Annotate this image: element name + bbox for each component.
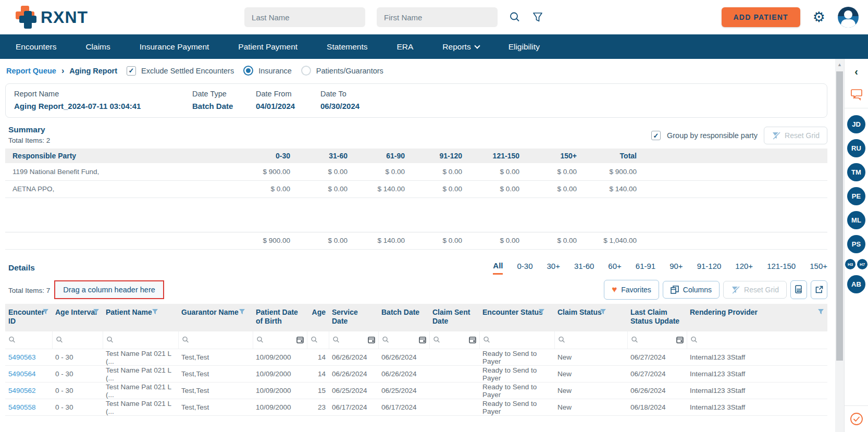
first-name-input[interactable] bbox=[377, 7, 498, 27]
scrollbar-up-icon[interactable]: ▲ bbox=[835, 59, 844, 67]
column-filter-funnel-icon[interactable] bbox=[93, 308, 100, 315]
tasks-check-icon[interactable] bbox=[850, 412, 863, 426]
filter-calendar-icon[interactable] bbox=[368, 336, 375, 343]
filter-calendar-icon[interactable] bbox=[469, 336, 476, 343]
table-row[interactable]: 5490563 0 - 30 Test Name Pat 021 L (... … bbox=[5, 349, 827, 366]
nav-item-insurance-payment[interactable]: Insurance Payment bbox=[140, 42, 209, 52]
user-avatar[interactable] bbox=[838, 7, 859, 28]
column-filter-funnel-icon[interactable] bbox=[817, 308, 824, 315]
table-row[interactable]: 5490558 0 - 30 Test Name Pat 021 L (... … bbox=[5, 399, 827, 416]
details-reset-grid-button[interactable]: Reset Grid bbox=[723, 281, 787, 299]
age-interval-filter[interactable] bbox=[52, 331, 103, 349]
encounter-id-link[interactable]: 5490562 bbox=[5, 382, 52, 399]
tab-150plus[interactable]: 150+ bbox=[810, 262, 827, 274]
column-filter-funnel-icon[interactable] bbox=[152, 308, 158, 315]
content-scrollbar[interactable]: ▲ bbox=[835, 59, 844, 432]
table-row[interactable]: 5490564 0 - 30 Test Name Pat 021 L (... … bbox=[5, 366, 827, 382]
encounter-id-link[interactable]: 5490563 bbox=[5, 349, 52, 366]
col-patient-dob[interactable]: Patient Date of Birth bbox=[253, 304, 307, 331]
filter-calendar-icon[interactable] bbox=[296, 336, 304, 343]
col-claim-sent-date[interactable]: Claim Sent Date bbox=[429, 304, 479, 331]
filter-button[interactable] bbox=[532, 11, 543, 23]
export-pdf-button[interactable]: PDF bbox=[790, 280, 807, 299]
sidebar-collapse-button[interactable]: ‹ bbox=[854, 66, 858, 77]
col-encounter-status[interactable]: Encounter Status bbox=[479, 304, 554, 331]
avatar-tm[interactable]: TM bbox=[847, 163, 865, 181]
group-by-checkbox[interactable]: ✓ bbox=[651, 131, 661, 140]
search-button[interactable] bbox=[509, 11, 520, 23]
filter-calendar-icon[interactable] bbox=[676, 336, 684, 343]
chat-button[interactable] bbox=[850, 88, 863, 101]
favorites-button[interactable]: ♥ Favorites bbox=[604, 280, 659, 300]
nav-item-reports[interactable]: Reports bbox=[442, 42, 479, 52]
last-name-input[interactable] bbox=[244, 7, 365, 27]
nav-item-patient-payment[interactable]: Patient Payment bbox=[238, 42, 297, 52]
avatar-ps[interactable]: PS bbox=[847, 235, 865, 253]
avatar-ab[interactable]: AB bbox=[847, 275, 865, 293]
summary-col-0-30[interactable]: 0-30 bbox=[237, 149, 294, 163]
nav-item-era[interactable]: ERA bbox=[396, 42, 413, 52]
avatar-jd[interactable]: JD bbox=[847, 115, 865, 133]
claim-status-filter[interactable] bbox=[554, 331, 627, 349]
guarantor-name-filter[interactable] bbox=[178, 331, 253, 349]
columns-button[interactable]: Columns bbox=[663, 281, 720, 299]
patient-dob-filter[interactable] bbox=[253, 331, 307, 349]
summary-reset-grid-button[interactable]: Reset Grid bbox=[764, 127, 827, 144]
avatar-h7[interactable]: H7 bbox=[857, 259, 867, 269]
patients-guarantors-radio[interactable] bbox=[301, 66, 311, 76]
nav-item-claims[interactable]: Claims bbox=[85, 42, 110, 52]
add-patient-button[interactable]: ADD PATIENT bbox=[722, 7, 800, 27]
encounter-id-filter[interactable] bbox=[5, 331, 52, 349]
service-date-filter[interactable] bbox=[329, 331, 378, 349]
table-row[interactable]: 5490562 0 - 30 Test Name Pat 021 L (... … bbox=[5, 382, 827, 399]
tab-all[interactable]: All bbox=[493, 261, 503, 275]
export-button[interactable] bbox=[811, 280, 827, 299]
encounter-status-filter[interactable] bbox=[479, 331, 554, 349]
breadcrumb-link-report-queue[interactable]: Report Queue bbox=[6, 67, 56, 75]
avatar-pe[interactable]: PE bbox=[847, 187, 865, 205]
col-batch-date[interactable]: Batch Date bbox=[378, 304, 429, 331]
tab-0-30[interactable]: 0-30 bbox=[517, 262, 532, 274]
column-filter-funnel-icon[interactable] bbox=[42, 308, 49, 315]
tab-121-150[interactable]: 121-150 bbox=[767, 262, 796, 274]
summary-col-91-120[interactable]: 91-120 bbox=[409, 149, 466, 163]
tab-61-91[interactable]: 61-91 bbox=[636, 262, 655, 274]
scrollbar-thumb[interactable] bbox=[836, 71, 843, 361]
batch-date-filter[interactable] bbox=[378, 331, 429, 349]
settings-gear-icon[interactable]: ⚙ bbox=[813, 10, 825, 24]
drag-column-hint[interactable]: Drag a column header here bbox=[54, 280, 164, 299]
age-filter[interactable] bbox=[307, 331, 329, 349]
col-age-interval[interactable]: Age Interval bbox=[52, 304, 103, 331]
avatar-ru[interactable]: RU bbox=[847, 139, 865, 157]
column-filter-funnel-icon[interactable] bbox=[600, 308, 606, 315]
col-age[interactable]: Age bbox=[307, 304, 329, 331]
col-patient-name[interactable]: Patient Name bbox=[103, 304, 178, 331]
encounter-id-link[interactable]: 5490564 bbox=[5, 366, 52, 382]
nav-item-encounters[interactable]: Encounters bbox=[16, 42, 56, 52]
tab-120plus[interactable]: 120+ bbox=[735, 262, 753, 274]
column-filter-funnel-icon[interactable] bbox=[239, 308, 245, 315]
col-guarantor-name[interactable]: Guarantor Name bbox=[178, 304, 253, 331]
patient-name-filter[interactable] bbox=[103, 331, 178, 349]
insurance-radio[interactable] bbox=[243, 66, 253, 76]
tab-31-60[interactable]: 31-60 bbox=[574, 262, 594, 274]
encounter-id-link[interactable]: 5490558 bbox=[5, 399, 52, 416]
avatar-ml[interactable]: ML bbox=[847, 211, 865, 229]
summary-col-61-90[interactable]: 61-90 bbox=[352, 149, 409, 163]
nav-item-eligibility[interactable]: Eligibility bbox=[509, 42, 540, 52]
nav-item-statements[interactable]: Statements bbox=[327, 42, 367, 52]
rendering-provider-filter[interactable] bbox=[687, 331, 827, 349]
summary-col-responsible-party[interactable]: Responsible Party bbox=[5, 149, 237, 163]
filter-calendar-icon[interactable] bbox=[419, 336, 426, 343]
col-encounter-id[interactable]: Encounter ID bbox=[5, 304, 52, 331]
summary-col-31-60[interactable]: 31-60 bbox=[294, 149, 352, 163]
column-filter-funnel-icon[interactable] bbox=[538, 308, 545, 315]
tab-91-120[interactable]: 91-120 bbox=[697, 262, 722, 274]
summary-col-121-150[interactable]: 121-150 bbox=[466, 149, 524, 163]
tab-90plus[interactable]: 90+ bbox=[669, 262, 683, 274]
summary-col-total[interactable]: Total bbox=[581, 149, 641, 163]
exclude-settled-checkbox[interactable]: ✓ bbox=[127, 66, 136, 76]
avatar-h3[interactable]: H3 bbox=[845, 259, 855, 269]
tab-60plus[interactable]: 60+ bbox=[608, 262, 621, 274]
claim-sent-date-filter[interactable] bbox=[429, 331, 479, 349]
